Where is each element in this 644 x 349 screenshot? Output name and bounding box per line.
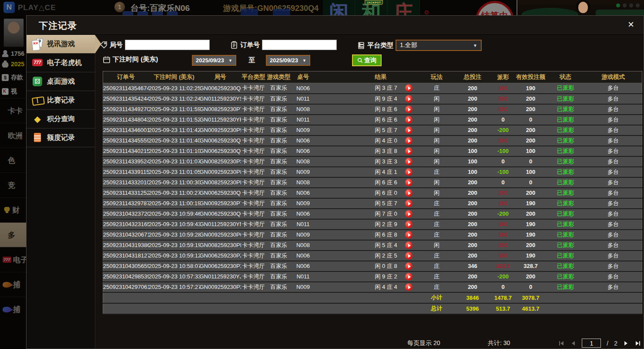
- cell-status: 已派彩: [547, 136, 585, 146]
- cell-result: 闲 8 庄 6: [315, 104, 419, 115]
- first-page-icon[interactable]: [558, 340, 564, 346]
- cell-result: 闲 5 庄 7: [315, 198, 419, 209]
- replay-icon[interactable]: [405, 273, 413, 280]
- replay-icon[interactable]: [405, 158, 413, 165]
- cell-platform: 卡卡湾厅: [241, 198, 266, 209]
- cell-game-mode: 多台: [585, 115, 642, 125]
- sidebar-item-icon: [32, 113, 43, 125]
- cell-order: 250923114354244: [103, 94, 149, 104]
- cell-valid-bet: 200: [515, 125, 547, 136]
- date-to-picker[interactable]: 2025/09/23 ▼: [266, 55, 310, 66]
- prev-page-icon[interactable]: [570, 340, 576, 346]
- cell-table-no: N008: [292, 104, 315, 115]
- filter-row-1: 局号 订单号 平台类型 1.全部 ▼: [95, 39, 644, 51]
- cell-valid-bet: 190: [515, 219, 547, 230]
- cell-platform: 卡卡湾厅: [241, 209, 266, 219]
- platform-type-select[interactable]: 1.全部 ▼: [396, 40, 482, 51]
- replay-icon[interactable]: [405, 262, 413, 270]
- replay-icon[interactable]: [405, 116, 413, 123]
- table-row: 250923104297061 2025-09-23 10:57:27 GN00…: [103, 282, 642, 292]
- cell-game-mode: 多台: [585, 94, 642, 104]
- cell-game-type: 百家乐: [266, 209, 292, 219]
- pagination-controls: 1 / 2: [558, 339, 641, 348]
- replay-icon[interactable]: [405, 200, 413, 207]
- current-page-input[interactable]: 1: [582, 339, 601, 348]
- replay-icon[interactable]: [405, 210, 413, 217]
- cell-game-type: 百家乐: [266, 219, 292, 230]
- cell-game-mode: 多台: [585, 251, 642, 261]
- cell-result: 闲 5 庄 4: [315, 240, 419, 251]
- replay-icon[interactable]: [405, 85, 413, 92]
- cell-status: 已派彩: [547, 198, 585, 209]
- cell-time: 2025-09-23 10:59:43: [149, 219, 200, 230]
- sidebar-item-icon: [32, 38, 43, 50]
- replay-icon[interactable]: [405, 252, 413, 259]
- replay-icon[interactable]: [405, 137, 413, 144]
- close-icon[interactable]: ×: [628, 19, 634, 30]
- col-time: 下注时间 (美东): [149, 71, 200, 83]
- table-row: 250923114349270 2025-09-23 11:01:59 GN00…: [103, 104, 642, 115]
- cell-platform: 卡卡湾厅: [241, 136, 266, 146]
- dialog-sidebar-item[interactable]: 积分查询: [27, 110, 95, 129]
- cell-time: 2025-09-23 11:01:52: [149, 115, 200, 125]
- round-filter: 局号: [100, 40, 210, 50]
- cell-order: 250923114349270: [103, 104, 149, 115]
- replay-icon[interactable]: [405, 105, 413, 113]
- next-page-icon[interactable]: [623, 340, 629, 346]
- cell-game-type: 百家乐: [266, 136, 292, 146]
- replay-icon[interactable]: [405, 95, 413, 102]
- dialog-sidebar-item[interactable]: 比赛记录: [27, 91, 95, 110]
- cell-play: 庄: [419, 282, 454, 292]
- cell-total-bet: 100: [454, 146, 491, 156]
- cell-total-bet: 200: [454, 188, 491, 198]
- cell-game-type: 百家乐: [266, 115, 292, 125]
- cell-result: 闲 3 庄 8: [315, 146, 419, 156]
- replay-icon[interactable]: [405, 241, 413, 249]
- cell-table-no: N009: [292, 230, 315, 240]
- round-filter-label: 局号: [110, 41, 123, 49]
- cell-result: 闲 9 庄 2: [315, 271, 419, 282]
- date-from-picker[interactable]: 2025/09/23 ▼: [192, 55, 236, 66]
- cell-table-no: N009: [292, 125, 315, 136]
- cell-payout: 190: [491, 219, 515, 230]
- table-row: 250923114346001 2025-09-23 11:01:42 GN00…: [103, 125, 642, 136]
- replay-icon[interactable]: [405, 168, 413, 176]
- replay-icon[interactable]: [405, 283, 413, 291]
- cell-game-mode: 多台: [585, 125, 642, 136]
- replay-icon[interactable]: [405, 231, 413, 238]
- replay-icon[interactable]: [405, 179, 413, 186]
- col-game-type: 游戏类型: [266, 71, 292, 83]
- cell-platform: 卡卡湾厅: [241, 146, 266, 156]
- cell-game-type: 百家乐: [266, 271, 292, 282]
- dialog-sidebar-item[interactable]: 额度记录: [27, 129, 95, 147]
- cell-platform: 卡卡湾厅: [241, 240, 266, 251]
- cell-time: 2025-09-23 10:57:33: [149, 271, 200, 282]
- grand-total-label: 总计: [419, 303, 454, 314]
- round-number-input[interactable]: [125, 40, 210, 50]
- cell-payout: -200: [491, 209, 515, 219]
- dialog-sidebar-item[interactable]: 电子老虎机: [27, 54, 95, 72]
- order-number-input[interactable]: [262, 40, 337, 50]
- cell-payout: 200: [491, 136, 515, 146]
- total-count-label: 共计: 30: [488, 339, 510, 347]
- table-row: 250923104323165 2025-09-23 10:59:43 GN01…: [103, 219, 642, 230]
- replay-icon[interactable]: [405, 189, 413, 197]
- cell-status: 已派彩: [547, 251, 585, 261]
- cell-total-bet: 200: [454, 251, 491, 261]
- cell-platform: 卡卡湾厅: [241, 94, 266, 104]
- cell-payout: 200: [491, 188, 515, 198]
- dialog-sidebar-item[interactable]: 视讯游戏: [27, 35, 95, 54]
- last-page-icon[interactable]: [635, 340, 641, 346]
- replay-icon[interactable]: [405, 126, 413, 134]
- dialog-sidebar-item[interactable]: 桌面游戏: [27, 72, 95, 91]
- cell-total-bet: 200: [454, 271, 491, 282]
- replay-icon[interactable]: [405, 220, 413, 228]
- cell-game-mode: 多台: [585, 271, 642, 282]
- col-total-bet: 总投注: [454, 71, 491, 83]
- cell-platform: 卡卡湾厅: [241, 282, 266, 292]
- cell-time: 2025-09-23 11:00:30: [149, 177, 200, 188]
- search-button[interactable]: 查询: [352, 54, 382, 66]
- cell-time: 2025-09-23 11:01:05: [149, 167, 200, 177]
- sidebar-item-icon: [32, 76, 43, 87]
- replay-icon[interactable]: [405, 147, 413, 155]
